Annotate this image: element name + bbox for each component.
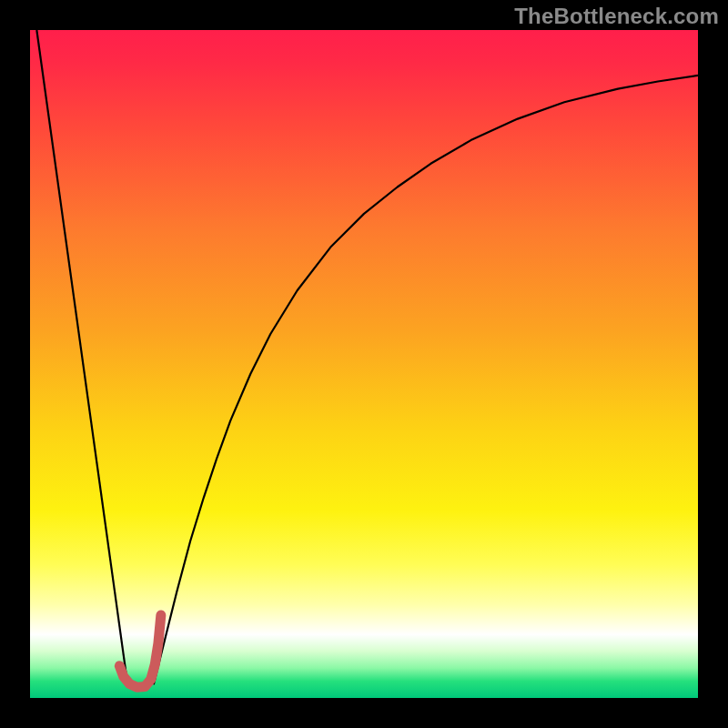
chart-svg <box>30 30 698 698</box>
plot-area <box>30 30 698 698</box>
outer-frame: TheBottleneck.com <box>0 0 728 728</box>
gradient-bg <box>30 30 698 698</box>
watermark-text: TheBottleneck.com <box>514 4 719 29</box>
